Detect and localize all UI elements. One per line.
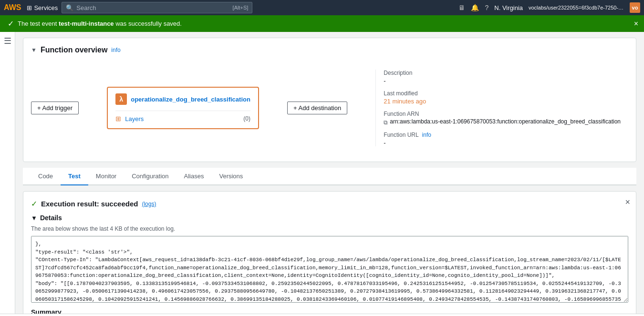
layers-count: (0) bbox=[243, 115, 250, 122]
tab-versions[interactable]: Versions bbox=[211, 168, 250, 185]
details-header[interactable]: ▼ Details bbox=[31, 214, 628, 222]
check-icon: ✓ bbox=[8, 19, 14, 28]
execution-header: ✓ Execution result: succeeded (logs) bbox=[31, 199, 628, 208]
layers-label: Layers bbox=[125, 115, 144, 122]
layers-icon: ⊞ bbox=[115, 115, 121, 122]
function-metadata: Description - Last modified 21 minutes a… bbox=[375, 70, 628, 146]
function-arn-label: Function ARN bbox=[384, 111, 621, 117]
add-trigger-area: + Add trigger bbox=[31, 102, 79, 114]
lambda-icon: λ bbox=[115, 93, 127, 105]
last-modified-label: Last modified bbox=[384, 90, 621, 97]
function-box-container: λ operationalize_dog_breed_classificatio… bbox=[107, 87, 259, 129]
grid-icon: ⊞ bbox=[27, 4, 32, 11]
bell-icon[interactable]: 🔔 bbox=[471, 4, 479, 11]
top-navigation: AWS ⊞ Services 🔍 [Alt+S] 🖥 🔔 ? N. Virgin… bbox=[0, 0, 644, 15]
info-link[interactable]: info bbox=[111, 47, 120, 53]
section-title: Function overview bbox=[41, 46, 107, 54]
execution-result-card: ✓ Execution result: succeeded (logs) × ▼… bbox=[23, 191, 636, 314]
description-label: Description bbox=[384, 70, 621, 76]
layers-row[interactable]: ⊞ Layers (0) bbox=[115, 111, 250, 122]
add-destination-area: + Add destination bbox=[287, 102, 347, 114]
services-menu[interactable]: ⊞ Services bbox=[27, 4, 58, 11]
add-trigger-button[interactable]: + Add trigger bbox=[31, 102, 79, 114]
function-url-label: Function URL info bbox=[384, 132, 621, 138]
details-title: Details bbox=[40, 214, 62, 222]
tab-code[interactable]: Code bbox=[31, 168, 61, 185]
search-input[interactable] bbox=[76, 4, 232, 11]
execution-title: Execution result: succeeded bbox=[41, 200, 138, 208]
function-overview-card: ▼ Function overview info + Add trigger λ… bbox=[23, 38, 636, 162]
avatar[interactable]: vo bbox=[630, 2, 640, 13]
function-arn-row: ⧉ arn:aws:lambda:us-east-1:069675870053:… bbox=[384, 118, 621, 126]
function-url-info-link[interactable]: info bbox=[422, 132, 431, 138]
add-destination-button[interactable]: + Add destination bbox=[287, 102, 347, 114]
logs-link[interactable]: (logs) bbox=[142, 201, 156, 207]
help-icon[interactable]: ? bbox=[485, 4, 488, 11]
sidebar-toggle: ☰ bbox=[0, 32, 15, 314]
tab-configuration[interactable]: Configuration bbox=[124, 168, 176, 185]
function-arn-value: arn:aws:lambda:us-east-1:069675870053:fu… bbox=[390, 118, 621, 125]
nav-right: 🖥 🔔 ? N. Virginia voclabs/user2322055=6f… bbox=[458, 2, 640, 13]
menu-icon[interactable]: ☰ bbox=[4, 36, 11, 46]
section-header: ▼ Function overview info bbox=[31, 46, 628, 54]
success-banner: ✓ The test event test-multi-instance was… bbox=[0, 15, 644, 32]
tab-monitor[interactable]: Monitor bbox=[88, 168, 124, 185]
search-shortcut: [Alt+S] bbox=[233, 5, 249, 10]
last-modified-value: 21 minutes ago bbox=[384, 98, 621, 105]
main-layout: ☰ ▼ Function overview info + Add trigger bbox=[0, 32, 644, 314]
function-url-value: - bbox=[384, 139, 621, 146]
copy-icon[interactable]: ⧉ bbox=[384, 119, 388, 126]
banner-close-button[interactable]: × bbox=[634, 20, 638, 28]
footer: Feedback Language © 2023, Amazon Web Ser… bbox=[0, 314, 644, 316]
function-diagram: + Add trigger λ operationalize_dog_breed… bbox=[31, 62, 628, 154]
execution-description: The area below shows the last 4 KB of th… bbox=[31, 225, 628, 232]
monitor-icon[interactable]: 🖥 bbox=[458, 4, 465, 11]
tabs-bar: Code Test Monitor Configuration Aliases … bbox=[23, 168, 636, 185]
description-value: - bbox=[384, 77, 621, 84]
search-icon: 🔍 bbox=[66, 4, 73, 11]
region-selector[interactable]: N. Virginia bbox=[494, 4, 523, 11]
execution-close-button[interactable]: × bbox=[625, 197, 630, 207]
function-name[interactable]: operationalize_dog_breed_classification bbox=[131, 96, 250, 103]
execution-success-icon: ✓ bbox=[31, 199, 37, 208]
function-box-header: λ operationalize_dog_breed_classificatio… bbox=[115, 93, 250, 105]
log-output[interactable]: }, "type-result": "<class 'str'>", "COnt… bbox=[31, 236, 628, 303]
account-info: voclabs/user2322055=6f3cdb7e-7250-11ea-9… bbox=[529, 5, 624, 10]
banner-message: The test event test-multi-instance was s… bbox=[18, 20, 182, 27]
summary-label: Summary bbox=[31, 308, 628, 314]
function-box: λ operationalize_dog_breed_classificatio… bbox=[107, 87, 259, 129]
details-toggle-icon: ▼ bbox=[31, 214, 37, 222]
services-label: Services bbox=[34, 4, 58, 11]
tab-test[interactable]: Test bbox=[61, 168, 88, 185]
toggle-arrow-icon[interactable]: ▼ bbox=[31, 47, 37, 53]
aws-logo: AWS bbox=[4, 3, 21, 12]
search-bar[interactable]: 🔍 [Alt+S] bbox=[62, 2, 252, 13]
main-content: ▼ Function overview info + Add trigger λ… bbox=[15, 32, 644, 314]
tab-aliases[interactable]: Aliases bbox=[177, 168, 212, 185]
